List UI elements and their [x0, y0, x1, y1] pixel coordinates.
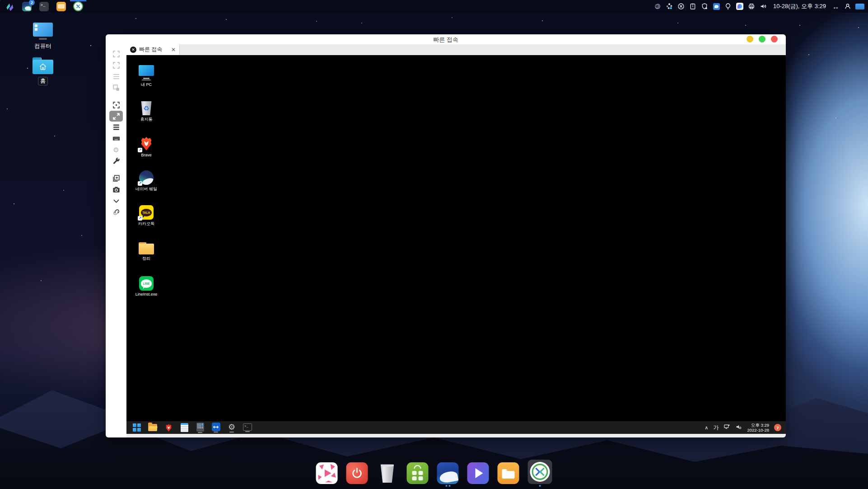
new-session-icon[interactable] [109, 173, 123, 184]
spiral-icon[interactable] [654, 3, 662, 10]
brave-taskbar-button[interactable] [163, 423, 173, 432]
remote-desktop-icons: 내 PC ♻ 휴지통 [131, 62, 162, 296]
brave-icon: ↗ [139, 136, 154, 151]
desktop-icon-label: 홈 [38, 77, 48, 85]
fit-window-icon[interactable] [109, 48, 123, 60]
remote-icon-recycle-bin[interactable]: ♻ 휴지통 [131, 97, 162, 122]
launcher-whale-browser[interactable]: 2 [21, 0, 33, 13]
dock-item-video-player[interactable] [467, 462, 489, 487]
dock-item-app-store[interactable] [407, 462, 429, 487]
printer-icon[interactable] [748, 3, 756, 10]
app-store-icon [407, 462, 429, 484]
resize-arrows-icon[interactable]: ↔ [832, 3, 840, 10]
dock-item-trash[interactable] [377, 462, 398, 487]
recycle-bin-icon: ♻ [140, 101, 152, 115]
notification-count-badge[interactable]: 7 [774, 424, 781, 431]
session-tab[interactable]: ✕ 빠른 접속 ✕ [126, 44, 180, 55]
calculator-icon [196, 423, 204, 432]
file-explorer-icon [148, 424, 157, 431]
panel-clock[interactable]: 10-28(금), 오후 3:29 [773, 2, 826, 10]
remote-icon-brave[interactable]: ↗ Brave [131, 132, 162, 157]
desktop-icon-label: 컴퓨터 [34, 42, 51, 50]
running-indicator [539, 484, 541, 487]
naver-whale-icon: ↗ [139, 170, 154, 185]
gear-icon: ⚙ [228, 423, 235, 431]
brave-icon [165, 423, 173, 432]
launcher-file-manager[interactable] [55, 0, 67, 13]
security-shield-icon[interactable] [701, 3, 709, 10]
start-button[interactable] [132, 423, 142, 432]
remote-clock[interactable]: 오후 3:29 2022-10-28 [747, 423, 769, 433]
remote-icon-kakaotalk[interactable]: TALK ↗ 카카오톡 [131, 202, 162, 227]
menu-icon[interactable] [109, 71, 123, 82]
notepad-icon [181, 423, 188, 432]
remote-desktop-screen[interactable]: 내 PC ♻ 휴지통 [126, 55, 786, 421]
dock-item-file-manager[interactable] [498, 462, 519, 487]
preferences-gears-icon[interactable]: ⚙ [109, 144, 123, 155]
minimize-button[interactable] [747, 36, 753, 42]
remote-connect-tray-icon[interactable] [677, 3, 685, 10]
korean-ime-indicator[interactable]: 가 [713, 424, 719, 432]
tools-wrench-icon[interactable] [109, 155, 123, 167]
file-explorer-button[interactable] [148, 424, 158, 431]
keyboard-icon[interactable] [109, 133, 123, 144]
dock-item-media-player-haruna[interactable] [316, 462, 338, 487]
remote-icon-folder[interactable]: 정리 [131, 236, 162, 262]
launcher-remote-connect[interactable] [72, 0, 84, 13]
hamonikr-logo-icon [5, 2, 14, 11]
launcher-terminal[interactable]: >_ [38, 0, 50, 13]
volume-icon[interactable] [760, 3, 767, 10]
file-manager-icon [56, 2, 66, 11]
screenshot-camera-icon[interactable] [109, 184, 123, 195]
kakaotalk-icon: TALK ↗ [139, 205, 154, 220]
close-button[interactable] [771, 36, 778, 42]
video-player-icon [467, 462, 489, 484]
disconnect-link-icon[interactable] [109, 207, 123, 218]
dock-item-shutdown[interactable] [346, 462, 368, 487]
maximize-button[interactable] [759, 36, 765, 42]
session-tab-close-icon[interactable]: ✕ [171, 47, 176, 53]
cmd-icon: >_ [243, 423, 252, 431]
shortcut-arrow-badge: ↗ [138, 216, 142, 221]
volume-muted-icon[interactable] [735, 423, 742, 432]
remote-icon-my-pc[interactable]: 내 PC [131, 62, 162, 88]
calculator-button[interactable] [195, 423, 205, 433]
menu-bold-icon[interactable] [109, 122, 123, 133]
tray-chevron-up-icon[interactable]: ∧ [705, 425, 708, 431]
teamviewer-button[interactable] [211, 423, 221, 433]
haruna-player-icon [316, 462, 338, 484]
launcher-hamonikr-menu[interactable] [4, 0, 15, 13]
window-controls [747, 36, 778, 42]
network-display-icon[interactable] [723, 423, 730, 432]
trash-icon [377, 462, 398, 484]
desktop-icon-home[interactable]: 홈 [25, 57, 61, 85]
remote-icon-line-installer[interactable]: LINE LineInst.exe [131, 271, 162, 296]
detach-window-icon[interactable] [109, 82, 123, 94]
whale-tray-icon[interactable] [736, 3, 744, 10]
user-icon[interactable] [844, 3, 851, 10]
dock-item-remote-connect[interactable] [528, 460, 552, 487]
session-tab-label: 빠른 접속 [139, 46, 162, 53]
korean-ime-icon[interactable] [713, 3, 720, 10]
computer-icon-stand [39, 38, 47, 40]
top-panel-tray: 10-28(금), 오후 3:29 ↔ [654, 0, 864, 13]
night-light-icon[interactable] [724, 3, 732, 10]
file-manager-icon [498, 462, 519, 484]
notepad-button[interactable] [179, 423, 189, 432]
session-tab-icon: ✕ [130, 47, 136, 53]
window-titlebar[interactable]: 빠른 접속 [106, 34, 786, 44]
adaptive-scale-icon[interactable] [109, 111, 123, 122]
terminal-button[interactable]: >_ [243, 423, 252, 432]
remote-icon-naver-whale[interactable]: ↗ 네이버 웨일 [131, 167, 162, 192]
dock [313, 458, 555, 489]
settings-button[interactable]: ⚙ [227, 423, 237, 433]
dock-item-whale-browser[interactable] [437, 462, 459, 487]
collapse-chevron-icon[interactable] [109, 195, 123, 207]
desktop-icon-computer[interactable]: 컴퓨터 [25, 23, 61, 50]
fullscreen-icon[interactable] [109, 60, 123, 71]
clipboard-alert-icon[interactable] [689, 3, 697, 10]
sync-colored-icon[interactable] [666, 3, 673, 10]
shortcut-arrow-badge: ↗ [138, 148, 142, 152]
notification-pill[interactable] [855, 4, 864, 9]
original-scale-icon[interactable] [109, 99, 123, 111]
